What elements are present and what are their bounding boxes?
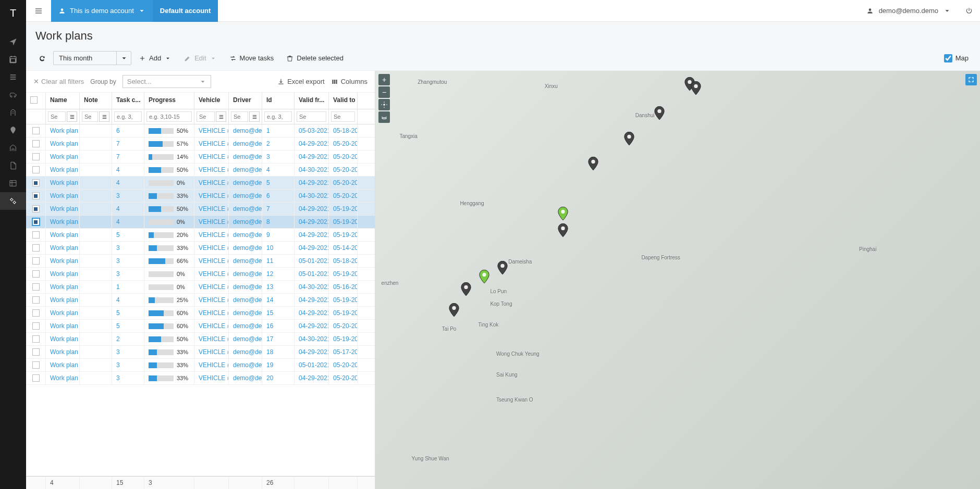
row-vehicle[interactable]: VEHICLE #0	[194, 346, 229, 358]
row-taskcount[interactable]: 4	[112, 216, 144, 228]
row-taskcount[interactable]: 7	[112, 151, 144, 163]
col-driver[interactable]: Driver	[229, 93, 262, 109]
row-checkbox[interactable]	[32, 244, 40, 252]
row-id[interactable]: 18	[262, 346, 295, 358]
table-row[interactable]: Work plan40%VEHICLE #0demo@der804-29-202…	[26, 216, 375, 229]
period-select[interactable]: This month	[53, 51, 131, 65]
row-valid-from[interactable]: 04-29-2021	[295, 203, 329, 215]
row-checkbox[interactable]	[32, 231, 40, 239]
row-valid-to[interactable]: 05-19-20	[329, 294, 358, 306]
row-taskcount[interactable]: 4	[112, 164, 144, 176]
row-checkbox-cell[interactable]	[26, 372, 46, 384]
row-name[interactable]: Work plan	[46, 164, 80, 176]
row-checkbox[interactable]	[32, 179, 40, 186]
row-checkbox-cell[interactable]	[26, 268, 46, 280]
table-row[interactable]: Work plan10%VEHICLE #0demo@der1304-30-20…	[26, 281, 375, 294]
table-row[interactable]: Work plan450%VEHICLE #0demo@der404-30-20…	[26, 164, 375, 177]
menu-toggle[interactable]	[26, 0, 51, 22]
row-checkbox-cell[interactable]	[26, 346, 46, 358]
row-checkbox-cell[interactable]	[26, 151, 46, 163]
nav-pin-icon[interactable]	[0, 121, 26, 139]
row-driver[interactable]: demo@der	[229, 242, 262, 254]
nav-gears-icon[interactable]	[0, 192, 26, 210]
row-checkbox[interactable]	[32, 361, 40, 369]
zoom-in-button[interactable]: +	[378, 74, 390, 85]
row-name[interactable]: Work plan	[46, 124, 80, 137]
row-checkbox-cell[interactable]	[26, 359, 46, 371]
row-driver[interactable]: demo@der	[229, 346, 262, 358]
row-valid-from[interactable]: 04-29-2021	[295, 177, 329, 189]
layers-button[interactable]	[378, 111, 390, 123]
row-valid-from[interactable]: 05-03-2021	[295, 124, 329, 137]
col-id[interactable]: Id	[262, 93, 295, 109]
row-name[interactable]: Work plan	[46, 281, 80, 293]
row-driver[interactable]: demo@der	[229, 320, 262, 332]
row-id[interactable]: 7	[262, 203, 295, 215]
row-name[interactable]: Work plan	[46, 242, 80, 254]
row-vehicle[interactable]: VEHICLE #0	[194, 124, 229, 137]
row-valid-from[interactable]: 04-29-2021	[295, 242, 329, 254]
table-row[interactable]: Work plan333%VEHICLE #0demo@der2004-29-2…	[26, 372, 375, 385]
filter-list-icon[interactable]: ☰	[249, 111, 260, 122]
filter-name[interactable]	[48, 111, 66, 122]
row-checkbox[interactable]	[32, 140, 40, 147]
row-taskcount[interactable]: 7	[112, 137, 144, 150]
row-taskcount[interactable]: 3	[112, 346, 144, 358]
row-valid-to[interactable]: 05-17-20	[329, 346, 358, 358]
row-checkbox[interactable]	[32, 257, 40, 265]
row-vehicle[interactable]: VEHICLE #0	[194, 268, 229, 280]
table-row[interactable]: Work plan425%VEHICLE #0demo@der1404-29-2…	[26, 294, 375, 307]
row-vehicle[interactable]: VEHICLE #0	[194, 203, 229, 215]
row-valid-from[interactable]: 04-29-2021	[295, 372, 329, 384]
row-driver[interactable]: demo@der	[229, 359, 262, 371]
row-name[interactable]: Work plan	[46, 359, 80, 371]
row-id[interactable]: 1	[262, 124, 295, 137]
row-name[interactable]: Work plan	[46, 268, 80, 280]
row-id[interactable]: 12	[262, 268, 295, 280]
map-pin[interactable]	[479, 270, 490, 284]
row-valid-to[interactable]: 05-20-20	[329, 359, 358, 371]
filter-progress[interactable]	[146, 111, 192, 122]
table-row[interactable]: Work plan30%VEHICLE #0demo@der1205-01-20…	[26, 268, 375, 281]
row-checkbox-cell[interactable]	[26, 294, 46, 306]
row-id[interactable]: 3	[262, 151, 295, 163]
row-checkbox[interactable]	[32, 296, 40, 304]
row-name[interactable]: Work plan	[46, 177, 80, 189]
row-driver[interactable]: demo@der	[229, 164, 262, 176]
row-vehicle[interactable]: VEHICLE #0	[194, 294, 229, 306]
row-valid-from[interactable]: 04-30-2021	[295, 164, 329, 176]
row-valid-to[interactable]: 05-18-20	[329, 255, 358, 267]
table-row[interactable]: Work plan560%VEHICLE #0demo@der1604-29-2…	[26, 320, 375, 333]
row-driver[interactable]: demo@der	[229, 137, 262, 150]
row-driver[interactable]: demo@der	[229, 216, 262, 228]
row-valid-to[interactable]: 05-18-20	[329, 124, 358, 137]
account-dropdown[interactable]: This is demo account	[51, 0, 153, 22]
row-vehicle[interactable]: VEHICLE #0	[194, 190, 229, 202]
row-id[interactable]: 15	[262, 307, 295, 319]
col-name[interactable]: Name	[46, 93, 80, 109]
row-driver[interactable]: demo@der	[229, 255, 262, 267]
row-vehicle[interactable]: VEHICLE #0	[194, 229, 229, 241]
nav-doc-icon[interactable]	[0, 157, 26, 174]
row-name[interactable]: Work plan	[46, 190, 80, 202]
table-row[interactable]: Work plan450%VEHICLE #0demo@der704-29-20…	[26, 203, 375, 216]
row-driver[interactable]: demo@der	[229, 333, 262, 345]
row-id[interactable]: 11	[262, 255, 295, 267]
table-row[interactable]: Work plan714%VEHICLE #0demo@der304-29-20…	[26, 151, 375, 164]
filter-id[interactable]	[264, 111, 292, 122]
filter-driver[interactable]	[231, 111, 248, 122]
row-checkbox-cell[interactable]	[26, 281, 46, 293]
row-valid-from[interactable]: 04-29-2021	[295, 216, 329, 228]
row-valid-from[interactable]: 04-30-2021	[295, 281, 329, 293]
map-pin[interactable]	[497, 261, 508, 275]
filter-list-icon[interactable]: ☰	[67, 111, 77, 122]
refresh-button[interactable]	[33, 52, 51, 65]
row-driver[interactable]: demo@der	[229, 307, 262, 319]
row-valid-to[interactable]: 05-20-20	[329, 177, 358, 189]
filter-valid-to[interactable]	[331, 111, 355, 122]
row-checkbox-cell[interactable]	[26, 190, 46, 202]
nav-list-icon[interactable]	[0, 68, 26, 86]
row-valid-to[interactable]: 05-19-20	[329, 216, 358, 228]
table-row[interactable]: Work plan520%VEHICLE #0demo@der904-29-20…	[26, 229, 375, 242]
row-valid-to[interactable]: 05-14-20	[329, 242, 358, 254]
